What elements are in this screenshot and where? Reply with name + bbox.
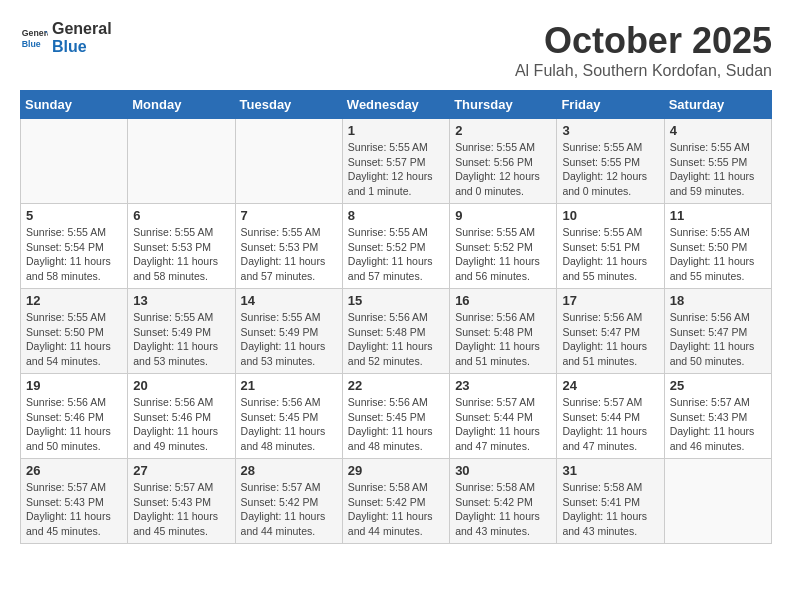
logo-icon: General Blue (20, 24, 48, 52)
calendar-cell: 24Sunrise: 5:57 AM Sunset: 5:44 PM Dayli… (557, 374, 664, 459)
day-info: Sunrise: 5:57 AM Sunset: 5:44 PM Dayligh… (455, 395, 551, 454)
day-number: 3 (562, 123, 658, 138)
day-info: Sunrise: 5:56 AM Sunset: 5:45 PM Dayligh… (348, 395, 444, 454)
day-number: 8 (348, 208, 444, 223)
calendar-cell: 31Sunrise: 5:58 AM Sunset: 5:41 PM Dayli… (557, 459, 664, 544)
svg-text:Blue: Blue (22, 38, 41, 48)
day-number: 7 (241, 208, 337, 223)
day-info: Sunrise: 5:55 AM Sunset: 5:50 PM Dayligh… (26, 310, 122, 369)
day-number: 24 (562, 378, 658, 393)
calendar-cell: 29Sunrise: 5:58 AM Sunset: 5:42 PM Dayli… (342, 459, 449, 544)
day-number: 19 (26, 378, 122, 393)
day-info: Sunrise: 5:56 AM Sunset: 5:48 PM Dayligh… (348, 310, 444, 369)
day-info: Sunrise: 5:56 AM Sunset: 5:47 PM Dayligh… (562, 310, 658, 369)
weekday-header-friday: Friday (557, 91, 664, 119)
calendar-cell: 16Sunrise: 5:56 AM Sunset: 5:48 PM Dayli… (450, 289, 557, 374)
day-info: Sunrise: 5:55 AM Sunset: 5:53 PM Dayligh… (241, 225, 337, 284)
location-title: Al Fulah, Southern Kordofan, Sudan (515, 62, 772, 80)
weekday-header-sunday: Sunday (21, 91, 128, 119)
calendar-cell: 6Sunrise: 5:55 AM Sunset: 5:53 PM Daylig… (128, 204, 235, 289)
day-number: 23 (455, 378, 551, 393)
day-number: 17 (562, 293, 658, 308)
calendar-cell: 15Sunrise: 5:56 AM Sunset: 5:48 PM Dayli… (342, 289, 449, 374)
day-number: 12 (26, 293, 122, 308)
day-info: Sunrise: 5:56 AM Sunset: 5:48 PM Dayligh… (455, 310, 551, 369)
day-info: Sunrise: 5:55 AM Sunset: 5:54 PM Dayligh… (26, 225, 122, 284)
calendar-week-5: 26Sunrise: 5:57 AM Sunset: 5:43 PM Dayli… (21, 459, 772, 544)
calendar-cell: 17Sunrise: 5:56 AM Sunset: 5:47 PM Dayli… (557, 289, 664, 374)
calendar-cell: 11Sunrise: 5:55 AM Sunset: 5:50 PM Dayli… (664, 204, 771, 289)
day-number: 28 (241, 463, 337, 478)
calendar-cell: 14Sunrise: 5:55 AM Sunset: 5:49 PM Dayli… (235, 289, 342, 374)
day-info: Sunrise: 5:56 AM Sunset: 5:46 PM Dayligh… (26, 395, 122, 454)
svg-text:General: General (22, 28, 48, 38)
day-info: Sunrise: 5:55 AM Sunset: 5:53 PM Dayligh… (133, 225, 229, 284)
calendar-cell: 27Sunrise: 5:57 AM Sunset: 5:43 PM Dayli… (128, 459, 235, 544)
day-number: 22 (348, 378, 444, 393)
day-info: Sunrise: 5:56 AM Sunset: 5:46 PM Dayligh… (133, 395, 229, 454)
day-info: Sunrise: 5:57 AM Sunset: 5:44 PM Dayligh… (562, 395, 658, 454)
day-number: 25 (670, 378, 766, 393)
day-number: 1 (348, 123, 444, 138)
calendar-cell: 4Sunrise: 5:55 AM Sunset: 5:55 PM Daylig… (664, 119, 771, 204)
logo-text: General Blue (52, 20, 112, 55)
calendar-cell: 19Sunrise: 5:56 AM Sunset: 5:46 PM Dayli… (21, 374, 128, 459)
day-number: 18 (670, 293, 766, 308)
calendar-cell: 25Sunrise: 5:57 AM Sunset: 5:43 PM Dayli… (664, 374, 771, 459)
day-info: Sunrise: 5:55 AM Sunset: 5:55 PM Dayligh… (562, 140, 658, 199)
calendar-cell: 12Sunrise: 5:55 AM Sunset: 5:50 PM Dayli… (21, 289, 128, 374)
day-info: Sunrise: 5:55 AM Sunset: 5:57 PM Dayligh… (348, 140, 444, 199)
calendar-week-3: 12Sunrise: 5:55 AM Sunset: 5:50 PM Dayli… (21, 289, 772, 374)
day-number: 2 (455, 123, 551, 138)
weekday-header-saturday: Saturday (664, 91, 771, 119)
calendar-cell: 30Sunrise: 5:58 AM Sunset: 5:42 PM Dayli… (450, 459, 557, 544)
logo-blue-text: Blue (52, 38, 112, 56)
month-title: October 2025 (515, 20, 772, 62)
day-number: 14 (241, 293, 337, 308)
calendar-cell (235, 119, 342, 204)
weekday-header-tuesday: Tuesday (235, 91, 342, 119)
calendar-cell: 7Sunrise: 5:55 AM Sunset: 5:53 PM Daylig… (235, 204, 342, 289)
calendar-cell: 3Sunrise: 5:55 AM Sunset: 5:55 PM Daylig… (557, 119, 664, 204)
day-info: Sunrise: 5:58 AM Sunset: 5:42 PM Dayligh… (348, 480, 444, 539)
day-info: Sunrise: 5:55 AM Sunset: 5:49 PM Dayligh… (241, 310, 337, 369)
calendar-cell: 21Sunrise: 5:56 AM Sunset: 5:45 PM Dayli… (235, 374, 342, 459)
calendar-cell: 28Sunrise: 5:57 AM Sunset: 5:42 PM Dayli… (235, 459, 342, 544)
calendar-cell (128, 119, 235, 204)
day-number: 5 (26, 208, 122, 223)
day-info: Sunrise: 5:55 AM Sunset: 5:52 PM Dayligh… (348, 225, 444, 284)
calendar-cell: 9Sunrise: 5:55 AM Sunset: 5:52 PM Daylig… (450, 204, 557, 289)
weekday-header-thursday: Thursday (450, 91, 557, 119)
day-number: 9 (455, 208, 551, 223)
day-info: Sunrise: 5:57 AM Sunset: 5:42 PM Dayligh… (241, 480, 337, 539)
calendar-cell: 13Sunrise: 5:55 AM Sunset: 5:49 PM Dayli… (128, 289, 235, 374)
calendar-cell: 1Sunrise: 5:55 AM Sunset: 5:57 PM Daylig… (342, 119, 449, 204)
calendar-cell: 10Sunrise: 5:55 AM Sunset: 5:51 PM Dayli… (557, 204, 664, 289)
day-number: 4 (670, 123, 766, 138)
day-number: 29 (348, 463, 444, 478)
day-info: Sunrise: 5:55 AM Sunset: 5:52 PM Dayligh… (455, 225, 551, 284)
day-number: 30 (455, 463, 551, 478)
day-info: Sunrise: 5:56 AM Sunset: 5:47 PM Dayligh… (670, 310, 766, 369)
day-info: Sunrise: 5:55 AM Sunset: 5:56 PM Dayligh… (455, 140, 551, 199)
day-info: Sunrise: 5:56 AM Sunset: 5:45 PM Dayligh… (241, 395, 337, 454)
calendar-cell: 26Sunrise: 5:57 AM Sunset: 5:43 PM Dayli… (21, 459, 128, 544)
day-info: Sunrise: 5:55 AM Sunset: 5:50 PM Dayligh… (670, 225, 766, 284)
weekday-header-row: SundayMondayTuesdayWednesdayThursdayFrid… (21, 91, 772, 119)
day-info: Sunrise: 5:58 AM Sunset: 5:42 PM Dayligh… (455, 480, 551, 539)
day-number: 13 (133, 293, 229, 308)
page-header: General Blue General Blue October 2025 A… (20, 20, 772, 80)
calendar-cell: 5Sunrise: 5:55 AM Sunset: 5:54 PM Daylig… (21, 204, 128, 289)
day-number: 11 (670, 208, 766, 223)
calendar-cell: 22Sunrise: 5:56 AM Sunset: 5:45 PM Dayli… (342, 374, 449, 459)
day-number: 20 (133, 378, 229, 393)
day-info: Sunrise: 5:57 AM Sunset: 5:43 PM Dayligh… (26, 480, 122, 539)
logo-general-text: General (52, 20, 112, 38)
day-info: Sunrise: 5:55 AM Sunset: 5:49 PM Dayligh… (133, 310, 229, 369)
day-number: 26 (26, 463, 122, 478)
calendar-cell: 18Sunrise: 5:56 AM Sunset: 5:47 PM Dayli… (664, 289, 771, 374)
day-number: 31 (562, 463, 658, 478)
day-info: Sunrise: 5:58 AM Sunset: 5:41 PM Dayligh… (562, 480, 658, 539)
calendar-cell: 23Sunrise: 5:57 AM Sunset: 5:44 PM Dayli… (450, 374, 557, 459)
logo: General Blue General Blue (20, 20, 112, 55)
